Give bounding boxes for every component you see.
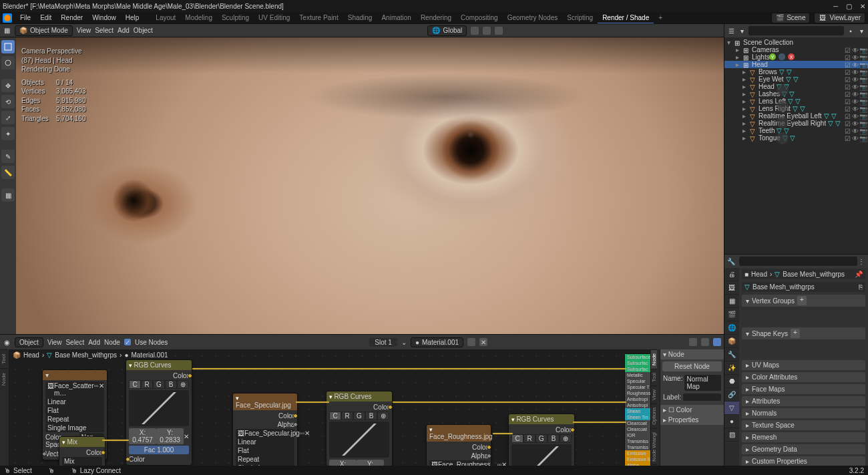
outliner-row[interactable]: ▾⊞Scene Collection — [724, 39, 868, 46]
outliner-row[interactable]: ▸▽Realtime Eyeball Left▽▽☑👁📷 — [724, 112, 868, 120]
eye-icon[interactable]: 👁 — [852, 120, 858, 126]
tool-cursor[interactable] — [1, 56, 15, 69]
vp-menu-view[interactable]: View — [77, 27, 91, 34]
shader-editor-icon[interactable]: ◉ — [3, 338, 11, 346]
mode-selector[interactable]: 📦Object Mode — [15, 25, 73, 36]
panel-header[interactable]: ▾Vertex Groups+ — [742, 295, 865, 307]
properties-options-icon[interactable]: ⋮ — [857, 257, 865, 265]
mat-new-icon[interactable] — [467, 338, 475, 346]
eye-icon[interactable]: 👁 — [852, 54, 858, 60]
render-icon[interactable]: 📷 — [859, 113, 865, 119]
prop-tab-object[interactable]: 📦 — [724, 335, 739, 348]
properties-search[interactable] — [739, 257, 857, 266]
exclude-icon[interactable]: ☑ — [845, 76, 851, 82]
eye-icon[interactable]: 👁 — [852, 76, 858, 82]
close-icon[interactable]: ✕ — [860, 3, 865, 10]
panel-header[interactable]: ▾Shape Keys+ — [742, 327, 865, 339]
ws-sculpting[interactable]: Sculpting — [217, 13, 254, 23]
eye-icon[interactable]: 👁 — [852, 113, 858, 119]
outliner-row[interactable]: ▸⊞Cameras☑👁📷 — [724, 46, 868, 53]
render-icon[interactable]: 📷 — [859, 135, 865, 141]
render-icon[interactable]: 📷 — [859, 106, 865, 112]
eye-icon[interactable]: 👁 — [852, 128, 858, 134]
prop-tab-scene[interactable]: 🎬 — [724, 308, 739, 321]
slot-chevron-icon[interactable]: ⌄ — [401, 339, 407, 346]
mesh-data-selector[interactable]: ▽Base Mesh_withgrps ⎘ — [742, 282, 865, 292]
image-datablock[interactable]: 🖼Face_Scatter m…▫▫✕ — [45, 381, 104, 398]
outliner-row[interactable]: ▸⊞Lights☑👁📷 — [724, 53, 868, 61]
exclude-icon[interactable]: ☑ — [845, 106, 851, 112]
properties-editor-icon[interactable]: 🔧 — [727, 257, 735, 265]
shader-type-selector[interactable]: Object — [15, 337, 43, 347]
curve-channel-tabs[interactable]: CRGB⊕ — [129, 380, 189, 389]
prop-tab-viewlayer[interactable]: ▦ — [724, 295, 739, 308]
outliner-row[interactable]: ▸▽Lashes▽▽☑👁📷 — [724, 90, 868, 98]
outliner-row[interactable]: ▸▽Head▽▽☑👁📷 — [724, 83, 868, 90]
exclude-icon[interactable]: ☑ — [845, 84, 851, 90]
ne-menu-node[interactable]: Node — [104, 339, 120, 346]
render-icon[interactable]: 📷 — [859, 47, 865, 53]
exclude-icon[interactable]: ☑ — [845, 91, 851, 97]
eye-icon[interactable]: 👁 — [852, 47, 858, 53]
panel-header[interactable]: ▸Attributes — [742, 396, 865, 406]
axis-gizmo[interactable]: Z Y X — [769, 53, 796, 80]
ws-shading[interactable]: Shading — [343, 13, 377, 23]
render-icon[interactable]: 📷 — [859, 91, 865, 97]
exclude-icon[interactable]: ☑ — [845, 120, 851, 126]
render-icon[interactable]: 📷 — [859, 54, 865, 60]
pin-icon[interactable]: 📌 — [855, 271, 863, 278]
eye-icon[interactable]: 👁 — [852, 91, 858, 97]
ws-add[interactable]: + — [654, 13, 667, 23]
ne-menu-select[interactable]: Select — [65, 339, 84, 346]
eye-icon[interactable]: 👁 — [852, 84, 858, 90]
outliner-row[interactable]: ▸▽Lens Left▽▽☑👁📷 — [724, 98, 868, 105]
outliner-row[interactable]: ▸▽Lens Right▽▽☑👁📷 — [724, 105, 868, 112]
ws-layout[interactable]: Layout — [151, 13, 180, 23]
panel-header[interactable]: ▸Remesh — [742, 432, 865, 442]
ws-modeling[interactable]: Modeling — [180, 13, 217, 23]
maximize-icon[interactable]: ▢ — [846, 3, 852, 10]
ne-left-tab-tool[interactable]: Tool — [0, 349, 7, 368]
minimize-icon[interactable]: ─ — [833, 3, 838, 10]
add-icon[interactable]: + — [791, 329, 800, 338]
pan-icon[interactable] — [777, 100, 789, 112]
add-icon[interactable]: + — [797, 296, 807, 305]
render-icon[interactable]: 📷 — [859, 76, 865, 82]
image-datablock[interactable]: 🖼Face_Specular.jpg▫▫✕ — [236, 429, 294, 438]
node-principled-bsdf[interactable]: SubsurfaceSubsurfacSubsurfacMetallicSpec… — [624, 353, 651, 469]
render-icon[interactable]: 📷 — [859, 61, 865, 67]
material-selector[interactable]: ●Material.001 — [411, 337, 463, 347]
ne-tab-node[interactable]: Node — [651, 349, 657, 369]
proportional-icon[interactable] — [495, 27, 503, 35]
mesh-users-icon[interactable]: ⎘ — [859, 283, 863, 291]
eye-icon[interactable]: 👁 — [852, 69, 858, 75]
vp-menu-select[interactable]: Select — [95, 27, 114, 34]
exclude-icon[interactable]: ☑ — [845, 135, 851, 141]
prop-tab-physics[interactable]: ⬣ — [724, 375, 739, 388]
outliner-row[interactable]: ▸▽Tongue▽▽☑👁📷 — [724, 134, 868, 142]
ws-texpaint[interactable]: Texture Paint — [294, 13, 343, 23]
exclude-icon[interactable]: ☑ — [845, 54, 851, 60]
node-canvas[interactable]: 📦Head› ▽Base Mesh_withgrps› ●Material.00… — [9, 349, 651, 468]
outliner-new-coll-icon[interactable]: ▾ — [857, 27, 865, 35]
slot-selector[interactable]: Slot 1 — [369, 338, 397, 347]
tool-add-cube[interactable]: ▦ — [1, 188, 15, 202]
menu-file[interactable]: File — [16, 13, 35, 23]
ne-menu-add[interactable]: Add — [88, 339, 100, 346]
vp-menu-add[interactable]: Add — [118, 27, 130, 34]
zoom-icon[interactable] — [777, 84, 789, 96]
node-rgb-curves-1[interactable]: ▾ RGB Curves Color CRGB⊕ X: 0.4757Y: 0.2… — [126, 359, 192, 466]
tool-select-box[interactable] — [1, 40, 15, 53]
vp-menu-object[interactable]: Object — [134, 27, 153, 34]
eye-icon[interactable]: 👁 — [852, 135, 858, 141]
tool-rotate[interactable]: ⟲ — [1, 95, 15, 108]
camera-view-icon[interactable] — [777, 116, 789, 128]
tool-annotate[interactable]: ✎ — [1, 150, 15, 163]
panel-header[interactable]: ▸Normals — [742, 408, 865, 418]
pivot-icon[interactable] — [471, 27, 479, 35]
ws-geonodes[interactable]: Geometry Nodes — [503, 13, 563, 23]
tool-measure[interactable]: 📏 — [1, 166, 15, 179]
ne-tab-options[interactable]: Options — [651, 404, 657, 428]
panel-header[interactable]: ▸Custom Properties — [742, 456, 865, 466]
viewport-3d[interactable]: Camera Perspective (87) Head | Head Rend… — [16, 37, 800, 334]
